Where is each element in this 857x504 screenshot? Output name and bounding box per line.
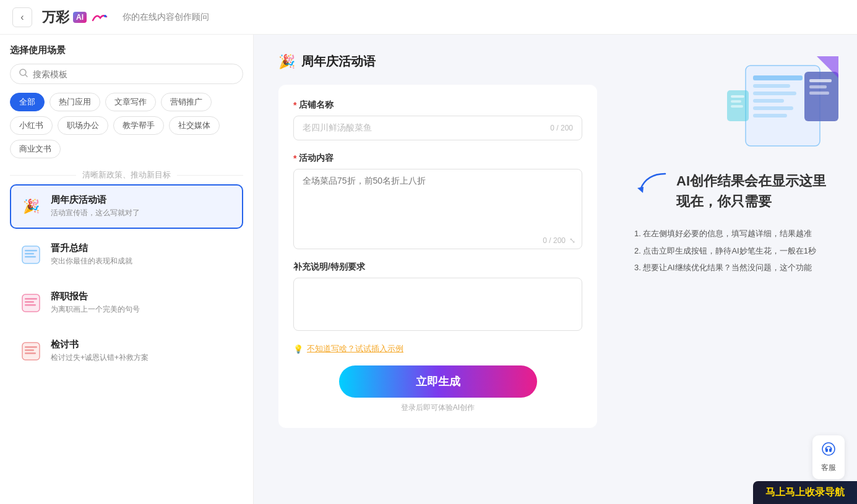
sidebar-title: 选择使用场景 <box>10 45 243 56</box>
generate-note: 登录后即可体验AI创作 <box>293 403 582 413</box>
template-info-resignation: 辞职报告 为离职画上一个完美的句号 <box>51 291 235 315</box>
activity-textarea[interactable] <box>294 169 582 231</box>
store-name-counter: 0 / 200 <box>550 124 573 132</box>
activity-textarea-wrap: 0 / 200 ⤡ <box>293 169 582 249</box>
field-group-supplement: 补充说明/特别要求 <box>293 262 582 331</box>
step-1: 1. 在左侧填好必要的信息，填写越详细，结果越准 <box>634 228 816 240</box>
svg-rect-3 <box>22 246 40 263</box>
svg-rect-14 <box>25 352 36 354</box>
template-icon-anniversary: 🎉 <box>19 194 43 219</box>
tag-education[interactable]: 教学帮手 <box>113 116 164 135</box>
template-name-review: 检讨书 <box>51 339 235 351</box>
logo-area: 万彩 AI <box>42 8 108 27</box>
divider-text: 清晰新政策、推动新目标 <box>82 169 171 181</box>
header-subtitle: 你的在线内容创作顾问 <box>123 12 209 23</box>
sidebar-divider: 清晰新政策、推动新目标 <box>10 163 243 184</box>
tags-row-1: 全部 热门应用 文章写作 营销推广 <box>10 93 243 111</box>
store-name-placeholder: 老四川鲜汤酸菜鱼 <box>303 122 372 134</box>
form-header-icon: 🎉 <box>278 54 295 70</box>
template-desc-resignation: 为离职画上一个完美的句号 <box>51 304 235 315</box>
svg-rect-7 <box>22 294 40 312</box>
svg-rect-24 <box>809 85 827 88</box>
activity-counter: 0 / 200 <box>543 236 566 245</box>
svg-rect-20 <box>753 106 793 110</box>
store-name-input-wrap[interactable]: 老四川鲜汤酸菜鱼 0 / 200 <box>293 116 582 140</box>
bottom-banner: 马上马上收录导航 <box>753 481 857 504</box>
template-item-review[interactable]: 检讨书 检讨过失+诚恩认错+补救方案 <box>10 329 243 374</box>
activity-label: * 活动内容 <box>293 153 582 164</box>
svg-rect-19 <box>753 99 784 103</box>
resize-icon: ⤡ <box>569 236 575 245</box>
svg-rect-18 <box>753 92 796 95</box>
hint-link[interactable]: 不知道写啥？试试插入示例 <box>307 343 403 354</box>
headphone-icon <box>821 442 836 460</box>
field-group-store-name: * 店铺名称 老四川鲜汤酸菜鱼 0 / 200 <box>293 100 582 140</box>
svg-rect-16 <box>753 75 803 80</box>
ai-result-line2: 现在，你只需要 <box>676 191 826 211</box>
form-section: * 店铺名称 老四川鲜汤酸菜鱼 0 / 200 * 活动内容 0 / 200 <box>278 85 597 428</box>
store-name-label: * 店铺名称 <box>293 100 582 111</box>
svg-rect-21 <box>753 114 787 117</box>
svg-rect-25 <box>809 92 829 95</box>
svg-line-2 <box>25 75 27 77</box>
template-name-resignation: 辞职报告 <box>51 291 235 302</box>
tag-article[interactable]: 文章写作 <box>105 93 156 111</box>
logo-ai-badge: AI <box>73 12 87 23</box>
header: ‹ 万彩 AI 你的在线内容创作顾问 <box>0 0 857 35</box>
svg-rect-29 <box>731 100 741 103</box>
supplement-textarea[interactable] <box>294 278 582 328</box>
main-content: 🎉 周年庆活动语 * 店铺名称 老四川鲜汤酸菜鱼 0 / 200 * 活动内容 <box>254 35 622 504</box>
template-item-resignation[interactable]: 辞职报告 为离职画上一个完美的句号 <box>10 281 243 325</box>
field-group-activity: * 活动内容 0 / 200 ⤡ <box>293 153 582 249</box>
doc-illustration <box>708 53 845 158</box>
illustration-area <box>634 53 845 158</box>
svg-rect-8 <box>25 298 37 300</box>
required-star-store: * <box>293 100 296 110</box>
arrow-decoration <box>634 171 671 195</box>
tag-marketing[interactable]: 营销推广 <box>161 93 212 111</box>
form-header: 🎉 周年庆活动语 <box>278 53 597 70</box>
tags-row-2: 小红书 职场办公 教学帮手 社交媒体 <box>10 116 243 135</box>
template-icon-review <box>19 339 43 364</box>
search-box <box>10 64 243 84</box>
template-info-anniversary: 周年庆活动语 活动宣传语，这么写就对了 <box>51 194 235 218</box>
template-name-promotion: 晋升总结 <box>51 242 235 254</box>
ai-result-note: AI创作结果会在显示这里 现在，你只需要 <box>676 171 826 211</box>
tag-hot[interactable]: 热门应用 <box>50 93 100 111</box>
svg-rect-30 <box>731 105 743 108</box>
required-star-activity: * <box>293 153 296 163</box>
hint-icon: 💡 <box>293 344 303 354</box>
template-item-anniversary[interactable]: 🎉 周年庆活动语 活动宣传语，这么写就对了 <box>10 184 243 229</box>
template-info-promotion: 晋升总结 突出你最佳的表现和成就 <box>51 242 235 267</box>
tag-business[interactable]: 商业文书 <box>10 140 61 158</box>
right-panel: AI创作结果会在显示这里 现在，你只需要 1. 在左侧填好必要的信息，填写越详细… <box>622 35 857 504</box>
svg-rect-13 <box>25 349 34 351</box>
tag-xiaohongshu[interactable]: 小红书 <box>10 116 53 135</box>
step-3: 3. 想要让AI继续优化结果？当然没问题，这个功能 <box>634 262 816 274</box>
svg-rect-4 <box>25 250 37 252</box>
svg-rect-6 <box>25 256 36 258</box>
supplement-textarea-wrap <box>293 278 582 331</box>
tag-social[interactable]: 社交媒体 <box>169 116 220 135</box>
logo-text: 万彩 <box>42 8 69 27</box>
svg-rect-17 <box>753 84 790 88</box>
template-desc-anniversary: 活动宣传语，这么写就对了 <box>51 208 235 218</box>
svg-rect-28 <box>731 95 744 98</box>
generate-button[interactable]: 立即生成 <box>339 365 537 398</box>
template-desc-review: 检讨过失+诚恩认错+补救方案 <box>51 352 235 363</box>
bottom-banner-text: 马上马上收录导航 <box>765 487 845 497</box>
svg-rect-12 <box>25 346 37 348</box>
template-info-review: 检讨书 检讨过失+诚恩认错+补救方案 <box>51 339 235 363</box>
tag-office[interactable]: 职场办公 <box>58 116 108 135</box>
template-item-promotion[interactable]: 晋升总结 突出你最佳的表现和成就 <box>10 233 243 277</box>
customer-service[interactable]: 客服 <box>812 435 845 479</box>
template-desc-promotion: 突出你最佳的表现和成就 <box>51 256 235 267</box>
search-input[interactable] <box>33 69 234 79</box>
template-icon-resignation <box>19 291 43 315</box>
tag-all[interactable]: 全部 <box>10 93 45 111</box>
ai-result-line1: AI创作结果会在显示这里 <box>676 171 826 191</box>
svg-rect-11 <box>22 343 40 360</box>
hint-row: 💡 不知道写啥？试试插入示例 <box>293 343 582 354</box>
back-button[interactable]: ‹ <box>12 7 32 27</box>
customer-service-label: 客服 <box>821 463 836 473</box>
